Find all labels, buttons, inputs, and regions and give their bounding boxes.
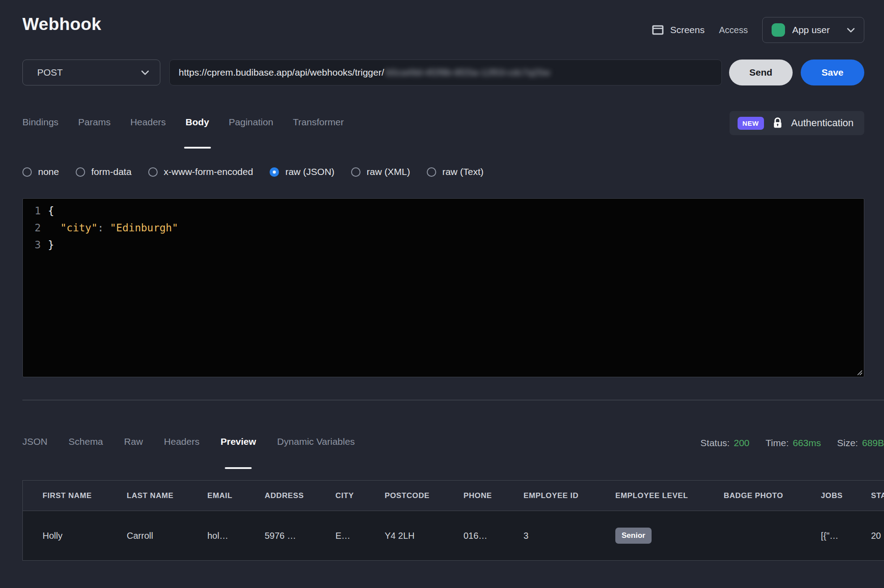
column-header: FIRST NAME xyxy=(43,491,127,500)
url-redacted-text: b5ca49d-4f2f8b-8f25a-12f03-cdc7q25w xyxy=(386,67,550,78)
column-header: LAST NAME xyxy=(127,491,207,500)
time-value: 663ms xyxy=(793,438,821,448)
app-user-dropdown[interactable]: App user xyxy=(762,17,864,43)
url-input[interactable]: https://cprem.budibase.app/api/webhooks/… xyxy=(169,60,722,85)
section-divider xyxy=(22,400,884,401)
column-header: ADDRESS xyxy=(265,491,335,500)
cell-first-name: Holly xyxy=(43,531,127,541)
table-row[interactable]: Holly Carroll hol… 5976 … E… Y4 2LH 016…… xyxy=(23,511,884,560)
tab-preview[interactable]: Preview xyxy=(220,435,256,467)
url-text: https://cprem.budibase.app/api/webhooks/… xyxy=(179,67,384,78)
size-label: Size: xyxy=(837,438,858,448)
chevron-down-icon xyxy=(847,28,855,33)
line-number: 3 xyxy=(23,236,41,253)
line-number: 2 xyxy=(23,219,41,236)
cell-address: 5976 … xyxy=(265,531,335,541)
radio-none[interactable]: none xyxy=(22,166,59,177)
tab-response-headers[interactable]: Headers xyxy=(164,435,199,467)
radio-label: x-www-form-encoded xyxy=(164,166,253,177)
column-header: BADGE PHOTO xyxy=(724,491,821,500)
radio-raw-xml[interactable]: raw (XML) xyxy=(351,166,410,177)
method-value: POST xyxy=(37,67,63,78)
new-badge: NEW xyxy=(738,117,764,130)
chevron-down-icon xyxy=(141,70,149,75)
page-title: Webhook xyxy=(22,14,101,34)
column-header: PHONE xyxy=(463,491,524,500)
cell-email: hol… xyxy=(207,531,265,541)
tab-bindings[interactable]: Bindings xyxy=(22,115,59,147)
cell-city: E… xyxy=(335,531,385,541)
tab-pagination[interactable]: Pagination xyxy=(229,115,273,147)
time-label: Time: xyxy=(766,438,789,448)
code-token: } xyxy=(48,236,54,253)
screens-label: Screens xyxy=(670,25,704,35)
tab-body[interactable]: Body xyxy=(185,115,209,147)
column-header: EMPLOYEE ID xyxy=(524,491,615,500)
preview-table: FIRST NAME LAST NAME EMAIL ADDRESS CITY … xyxy=(22,480,884,561)
user-status-dot xyxy=(772,23,785,37)
column-header: POSTCODE xyxy=(385,491,463,500)
header-actions: Screens Access App user xyxy=(652,17,864,43)
tab-raw[interactable]: Raw xyxy=(124,435,143,467)
code-token: "city": "Edinburgh" xyxy=(48,219,178,236)
time-indicator: Time: 663ms xyxy=(766,438,821,448)
radio-icon xyxy=(351,167,360,177)
code-line: 2 "city": "Edinburgh" xyxy=(23,219,864,236)
radio-raw-text[interactable]: raw (Text) xyxy=(427,166,484,177)
column-header: EMPLOYEE LEVEL xyxy=(615,491,724,500)
radio-label: form-data xyxy=(91,166,132,177)
authentication-button[interactable]: NEW Authentication xyxy=(730,111,864,135)
screens-icon xyxy=(652,25,664,35)
cell-postcode: Y4 2LH xyxy=(385,531,463,541)
status-value: 200 xyxy=(734,438,749,448)
cell-employee-id: 3 xyxy=(524,531,615,541)
level-badge: Senior xyxy=(615,528,652,544)
column-header: CITY xyxy=(335,491,385,500)
webhook-screen: { "header": { "title": "Webhook", "scree… xyxy=(0,0,884,588)
radio-form-data[interactable]: form-data xyxy=(76,166,132,177)
cell-phone: 016… xyxy=(463,531,524,541)
cell-sta: 20 xyxy=(871,531,884,541)
radio-label: none xyxy=(38,166,59,177)
line-number: 1 xyxy=(23,202,41,219)
screens-button[interactable]: Screens xyxy=(652,25,704,35)
radio-x-www-form-encoded[interactable]: x-www-form-encoded xyxy=(148,166,253,177)
radio-label: raw (Text) xyxy=(442,166,484,177)
tab-transformer[interactable]: Transformer xyxy=(293,115,344,147)
tab-json[interactable]: JSON xyxy=(22,435,47,467)
table-header-row: FIRST NAME LAST NAME EMAIL ADDRESS CITY … xyxy=(23,481,884,511)
radio-label: raw (JSON) xyxy=(285,166,335,177)
radio-icon xyxy=(76,167,85,177)
status-label: Status: xyxy=(700,438,730,448)
status-indicator: Status: 200 xyxy=(700,438,749,448)
tab-schema[interactable]: Schema xyxy=(69,435,103,467)
tab-headers[interactable]: Headers xyxy=(130,115,166,147)
authentication-label: Authentication xyxy=(791,117,854,129)
resize-grip-icon[interactable] xyxy=(856,369,863,375)
method-select[interactable]: POST xyxy=(22,60,160,85)
response-tabs: JSON Schema Raw Headers Preview Dynamic … xyxy=(22,435,355,467)
column-header: JOBS xyxy=(821,491,871,500)
radio-icon xyxy=(427,167,436,177)
tab-dynamic-variables[interactable]: Dynamic Variables xyxy=(277,435,355,467)
response-meta: Status: 200 Time: 663ms Size: 689B xyxy=(700,438,884,448)
size-indicator: Size: 689B xyxy=(837,438,884,448)
radio-raw-json[interactable]: raw (JSON) xyxy=(270,166,335,177)
save-button[interactable]: Save xyxy=(801,60,864,85)
tab-params[interactable]: Params xyxy=(78,115,111,147)
code-line: 3 } xyxy=(23,236,864,253)
cell-jobs: [{"… xyxy=(821,531,871,541)
access-button[interactable]: Access xyxy=(719,25,747,35)
cell-employee-level: Senior xyxy=(615,528,724,544)
send-button[interactable]: Send xyxy=(729,60,793,85)
size-value: 689B xyxy=(862,438,884,448)
radio-icon xyxy=(22,167,32,177)
column-header: EMAIL xyxy=(207,491,265,500)
radio-icon xyxy=(148,167,158,177)
cell-last-name: Carroll xyxy=(127,531,207,541)
radio-selected-icon xyxy=(270,167,279,177)
request-tabs: Bindings Params Headers Body Pagination … xyxy=(22,115,344,147)
request-bar: POST https://cprem.budibase.app/api/webh… xyxy=(22,60,864,85)
body-json-editor[interactable]: 1 { 2 "city": "Edinburgh" 3 } xyxy=(22,198,864,377)
radio-label: raw (XML) xyxy=(367,166,410,177)
